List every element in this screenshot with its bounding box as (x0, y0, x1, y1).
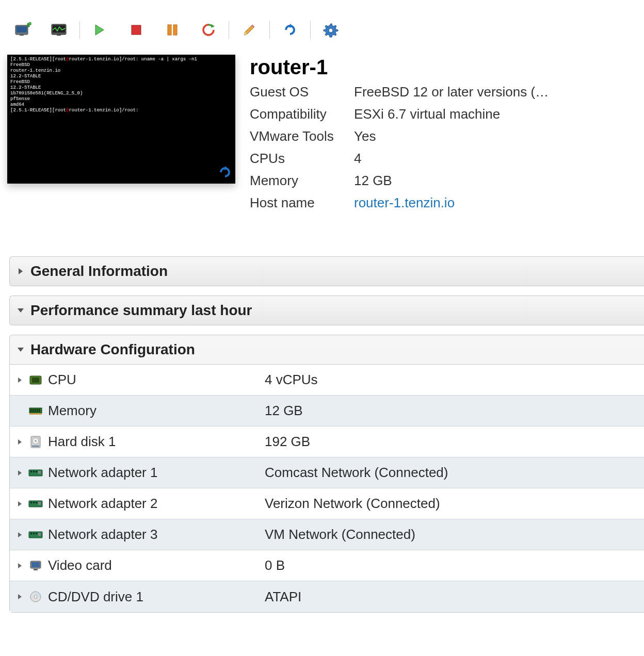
video-icon (26, 560, 45, 572)
hw-row-cpu[interactable]: CPU 4 vCPUs (10, 365, 644, 396)
svg-rect-30 (33, 502, 35, 503)
console-preview[interactable]: [2.5.1-RELEASE][root@router-1.tenzin.io]… (7, 55, 235, 184)
svg-rect-22 (32, 446, 39, 447)
nic-icon (26, 468, 45, 478)
svg-rect-31 (36, 502, 37, 503)
play-button[interactable] (82, 20, 118, 40)
hw-video-label: Video card (48, 557, 265, 573)
hw-hd1-label: Hard disk 1 (48, 434, 265, 450)
hw-row-nic1[interactable]: Network adapter 1 Comcast Network (Conne… (10, 457, 644, 488)
memory-value: 12 GB (354, 173, 637, 189)
hostname-link[interactable]: router-1.tenzin.io (354, 195, 637, 211)
toolbar-separator (310, 21, 311, 39)
panel-hardware: Hardware Configuration CPU 4 vCPUs Memor… (9, 335, 644, 613)
svg-rect-11 (32, 378, 39, 383)
svg-point-21 (35, 440, 37, 441)
hw-hd1-value: 192 GB (265, 434, 644, 450)
console-button[interactable] (5, 20, 41, 40)
hw-row-nic3[interactable]: Network adapter 3 VM Network (Connected) (10, 519, 644, 550)
hw-memory-label: Memory (48, 403, 265, 419)
cpus-label: CPUs (250, 151, 354, 167)
toolbar-separator (229, 21, 229, 39)
edit-button[interactable] (231, 20, 267, 40)
svg-point-9 (329, 28, 333, 32)
hw-row-memory[interactable]: Memory 12 GB (10, 396, 644, 427)
svg-rect-25 (33, 471, 35, 472)
compat-label: Compatibility (250, 106, 354, 122)
svg-rect-27 (38, 471, 41, 474)
svg-rect-24 (30, 471, 32, 472)
stop-button[interactable] (118, 20, 154, 40)
settings-button[interactable] (313, 20, 349, 40)
svg-rect-8 (173, 25, 177, 35)
caret-right-icon (18, 594, 23, 600)
gear-icon (323, 22, 339, 38)
svg-rect-26 (36, 471, 37, 472)
refresh-icon (218, 165, 232, 179)
console-refresh-button[interactable] (218, 165, 232, 182)
vm-summary: router-1 Guest OS FreeBSD 12 or later ve… (235, 55, 637, 217)
caret-right-icon (18, 470, 23, 476)
panel-perf: Performance summary last hour (9, 296, 644, 325)
hostname-label: Host name (250, 195, 354, 211)
cpus-value: 4 (354, 151, 637, 167)
svg-rect-1 (17, 26, 27, 32)
panel-general: General Information (9, 256, 644, 286)
panel-hardware-header[interactable]: Hardware Configuration (10, 335, 644, 365)
toolbar-separator (269, 21, 270, 39)
caret-right-icon (18, 439, 23, 445)
hw-row-video[interactable]: Video card 0 B (10, 550, 644, 581)
svg-rect-35 (33, 533, 35, 534)
memory-label: Memory (250, 173, 354, 189)
monitor-icon (51, 22, 68, 38)
svg-rect-16 (37, 409, 38, 412)
svg-rect-39 (31, 562, 40, 567)
svg-rect-40 (34, 569, 38, 570)
hw-cd-label: CD/DVD drive 1 (48, 589, 265, 605)
caret-right-icon (18, 563, 23, 569)
caret-down-icon (17, 346, 24, 353)
svg-rect-14 (33, 409, 34, 412)
svg-rect-34 (30, 533, 32, 534)
pencil-icon (242, 23, 256, 37)
toolbar (0, 0, 644, 55)
hw-nic2-value[interactable]: Verizon Network (Connected) (265, 496, 644, 512)
pause-button[interactable] (154, 20, 190, 40)
cpu-icon (26, 374, 45, 386)
caret-right-icon (18, 377, 23, 383)
guest-os-value: FreeBSD 12 or later versions (… (354, 84, 637, 100)
reset-icon (201, 23, 216, 37)
hw-video-value: 0 B (265, 557, 644, 573)
panel-general-header[interactable]: General Information (10, 257, 644, 286)
hw-row-hd1[interactable]: Hard disk 1 192 GB (10, 427, 644, 457)
console-icon (14, 22, 32, 38)
panel-perf-header[interactable]: Performance summary last hour (10, 296, 644, 325)
refresh-icon (283, 23, 297, 37)
caret-right-icon (18, 532, 23, 538)
panel-perf-title: Performance summary last hour (30, 302, 252, 319)
monitor-button[interactable] (41, 20, 77, 40)
play-icon (94, 24, 106, 36)
svg-rect-13 (30, 409, 31, 412)
caret-right-icon (17, 268, 24, 275)
panel-hardware-title: Hardware Configuration (30, 341, 195, 358)
refresh-button[interactable] (272, 20, 308, 40)
hw-nic3-value[interactable]: VM Network (Connected) (265, 527, 644, 543)
hw-nic1-value[interactable]: Comcast Network (Connected) (265, 465, 644, 481)
svg-rect-17 (39, 409, 40, 412)
memory-icon (26, 406, 45, 416)
compat-value: ESXi 6.7 virtual machine (354, 106, 637, 122)
vm-name: router-1 (250, 56, 637, 79)
svg-rect-32 (38, 502, 41, 505)
caret-down-icon (17, 307, 24, 314)
toolbar-separator (79, 21, 80, 39)
svg-rect-36 (36, 533, 37, 534)
hw-row-cd[interactable]: CD/DVD drive 1 ATAPI (10, 581, 644, 612)
hw-row-nic2[interactable]: Network adapter 2 Verizon Network (Conne… (10, 488, 644, 519)
pause-icon (166, 24, 179, 36)
svg-rect-18 (29, 413, 42, 415)
reset-button[interactable] (190, 20, 227, 40)
nic-icon (26, 499, 45, 509)
hw-nic1-label: Network adapter 1 (48, 465, 265, 481)
nic-icon (26, 530, 45, 539)
